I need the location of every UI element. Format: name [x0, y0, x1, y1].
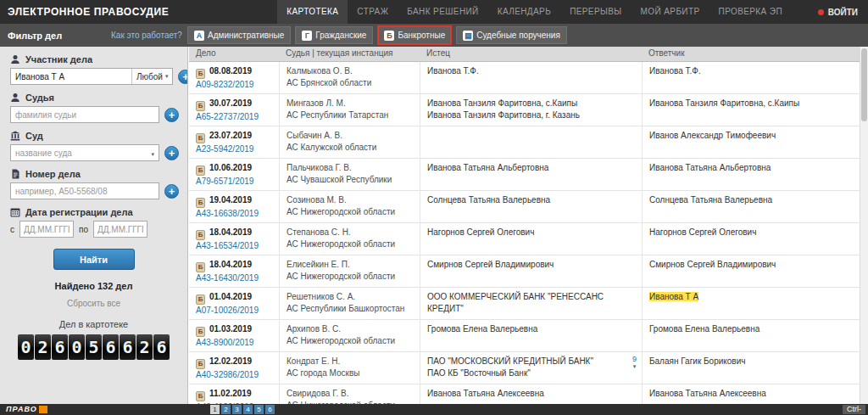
reset-all-link[interactable]: Сбросить все [0, 299, 187, 308]
filter-sidebar: Участник дела Любой ▾ Судья [0, 47, 188, 404]
page-button-4[interactable]: 4 [243, 405, 253, 414]
page-button-3[interactable]: 3 [232, 405, 242, 414]
tab-administrative[interactable]: ААдминистративные [187, 26, 291, 44]
page-button-6[interactable]: 6 [265, 405, 275, 414]
reg-date-label-text: Дата регистрации дела [25, 207, 133, 217]
judge-cell: Калмыкова О. В.АС Брянской области [279, 62, 420, 93]
add-judge-button[interactable] [164, 108, 179, 122]
defendant-name: Смирнов Сергей Владимирович [649, 259, 853, 271]
table-row: Б10.06.2019А79-6571/2019Пальчикова Г. В.… [189, 159, 860, 191]
bankruptcy-case-icon: Б [196, 69, 205, 79]
tab-label: Банкротные [398, 31, 445, 40]
case-number-link[interactable]: А09-8232/2019 [196, 79, 253, 91]
case-date: 30.07.2019 [209, 98, 252, 108]
case-number-link[interactable]: А07-10026/2019 [196, 305, 259, 317]
counter-digit: 0 [69, 334, 85, 360]
defendant-name: Громова Елена Валерьевна [649, 323, 853, 335]
court-name: АС Нижегородской области [287, 271, 413, 283]
bankruptcy-case-icon: Б [196, 359, 205, 369]
add-participant-button[interactable] [178, 70, 188, 84]
participant-role-select[interactable]: Любой ▾ [131, 69, 172, 84]
case-number-link[interactable]: А43-16534/2019 [196, 240, 259, 252]
case-cell: Б23.07.2019А23-5942/2019 [189, 126, 279, 158]
case-number-link[interactable]: А43-16638/2019 [196, 208, 259, 220]
nav-item-pereryvy[interactable]: ПЕРЕРЫВЫ [560, 0, 631, 24]
plaintiff-cell: Иванова Татьяна Альбертовна [420, 159, 642, 190]
court-name: АС Чувашской Республики [287, 174, 413, 186]
login-status-icon [818, 9, 824, 15]
case-date: 11.02.2019 [209, 389, 252, 398]
scrollbar-thumb[interactable] [861, 48, 867, 121]
court-select[interactable]: название суда [10, 144, 159, 161]
judge-icon [10, 93, 20, 103]
case-number-link[interactable]: А40-32986/2019 [196, 369, 259, 381]
participant-label-text: Участник дела [25, 54, 92, 64]
tab-bankruptcy[interactable]: ББанкротные [377, 25, 452, 45]
column-header-case: Дело [189, 47, 279, 61]
tab-court-orders[interactable]: ▤Судебные поручения [456, 26, 567, 44]
defendant-name: Балаян Гагик Борикович [649, 356, 853, 367]
person-icon [10, 54, 20, 64]
counter-digit: 2 [136, 334, 153, 360]
case-number-link[interactable]: А23-5942/2019 [196, 143, 253, 155]
date-from-input[interactable] [19, 221, 74, 238]
case-counter-label: Дел в картотеке [0, 319, 187, 329]
defendant-name: Иванова Танзиля Фаритовна, с.Каипы [649, 98, 853, 109]
login-button[interactable]: ВОЙТИ [818, 8, 858, 17]
defendant-cell: Иванова Танзиля Фаритовна, с.Каипы [642, 94, 860, 126]
chevron-down-icon [151, 149, 154, 158]
nav-item-proverka-ep[interactable]: ПРОВЕРКА ЭП [709, 0, 792, 24]
nav-item-moy-arbitr[interactable]: МОЙ АРБИТР [632, 0, 709, 24]
defendant-cell: Смирнов Сергей Владимирович [642, 255, 860, 287]
nav-item-kartoteka[interactable]: КАРТОТЕКА [277, 0, 348, 24]
case-number-input[interactable] [10, 182, 159, 199]
case-number-link[interactable]: А79-6571/2019 [196, 176, 253, 188]
page-button-1[interactable]: 1 [210, 405, 220, 414]
case-number-section-label: Номер дела [10, 169, 177, 179]
judge-section-label: Судья [10, 93, 177, 103]
case-number-link[interactable]: А43-16430/2019 [196, 272, 259, 284]
judge-cell: Свиридова Г. В.АС Нижегородской области [279, 384, 420, 404]
court-name: АС Брянской области [287, 77, 413, 89]
judge-name: Свиридова Г. В. [287, 388, 413, 400]
case-cell: Б12.02.2019А40-32986/2019 [189, 352, 279, 384]
case-number-link[interactable]: А65-22737/2019 [196, 111, 259, 123]
participant-input[interactable] [11, 69, 131, 84]
defendant-cell: Иванова Татьяна Алексеевна [642, 384, 860, 404]
counter-digit: 0 [18, 334, 34, 360]
judge-name: Решетников С. А. [287, 291, 413, 303]
add-court-button[interactable] [164, 146, 179, 160]
date-from-label: с [10, 225, 14, 234]
how-it-works-link[interactable]: Как это работает? [111, 31, 186, 40]
case-date: 01.03.2019 [209, 324, 252, 334]
case-number-link[interactable]: А43-8900/2019 [196, 337, 253, 349]
bankruptcy-case-icon: Б [196, 262, 205, 272]
nav-item-bank-resheniy[interactable]: БАНК РЕШЕНИЙ [398, 0, 487, 24]
case-date: 10.06.2019 [209, 163, 252, 172]
nav-item-kalendar[interactable]: КАЛЕНДАРЬ [488, 0, 560, 24]
date-to-input[interactable] [93, 221, 147, 238]
judge-input[interactable] [10, 106, 159, 123]
search-button[interactable]: Найти [53, 249, 135, 270]
judge-cell: Созинова М. В.АС Нижегородской области [279, 191, 420, 222]
nav-item-strazh[interactable]: СТРАЖ [348, 0, 398, 24]
tab-civil[interactable]: ГГражданские [295, 26, 373, 44]
defendant-name: Солнцева Татьяна Валерьевна [649, 194, 853, 206]
scrollbar[interactable] [860, 47, 868, 404]
judge-name: Сыбачин А. В. [287, 130, 413, 142]
bankruptcy-case-icon: Б [196, 294, 205, 305]
plaintiff-cell: Иванова Т.Ф. [420, 62, 642, 93]
add-case-number-button[interactable] [164, 184, 179, 199]
table-row: Б01.04.2019А07-10026/2019Решетников С. А… [189, 288, 860, 320]
bankruptcy-case-icon: Б [196, 198, 205, 208]
page-button-2[interactable]: 2 [221, 405, 231, 414]
pravo-logo: ПРАВО [6, 405, 47, 413]
defendant-cell: Солнцева Татьяна Валерьевна [642, 191, 860, 222]
case-cell: Б19.04.2019А43-16638/2019 [189, 191, 279, 222]
results-table: Б08.08.2019А09-8232/2019Калмыкова О. В.А… [189, 62, 860, 404]
bankruptcy-case-icon: Б [196, 391, 205, 401]
more-parties-toggle[interactable]: 9▾ [632, 356, 637, 369]
plaintiff-cell: ООО КОММЕРЧЕСКИЙ БАНК "РЕНЕССАНС КРЕДИТ" [420, 288, 642, 319]
page-button-5[interactable]: 5 [254, 405, 264, 414]
defendant-name: Иванова Татьяна Альбертовна [649, 162, 853, 174]
